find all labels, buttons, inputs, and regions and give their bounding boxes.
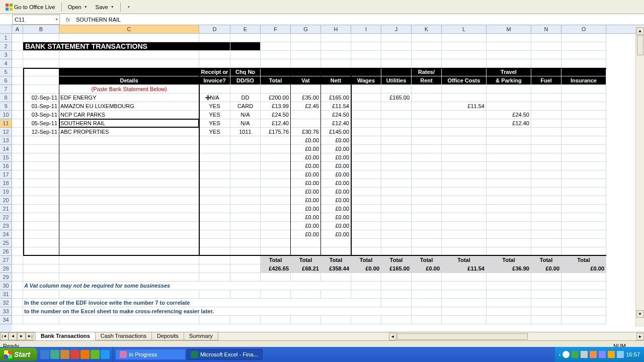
cell[interactable]: £0.00 [291, 136, 321, 145]
cell[interactable] [199, 51, 230, 59]
cell[interactable] [531, 85, 561, 94]
cell[interactable] [291, 68, 321, 76]
cell[interactable] [381, 128, 412, 136]
cell[interactable]: £0.00 [321, 136, 351, 145]
tray-arrow-icon[interactable]: ‹ [559, 351, 561, 357]
cell[interactable] [442, 179, 487, 188]
cell[interactable] [23, 162, 59, 170]
cell[interactable] [199, 196, 230, 205]
cell[interactable] [12, 119, 23, 128]
cell[interactable] [59, 51, 199, 59]
cell[interactable] [442, 230, 487, 239]
cell[interactable] [381, 153, 412, 162]
cell[interactable] [59, 59, 199, 68]
cell[interactable] [487, 290, 531, 299]
cell[interactable] [12, 239, 23, 247]
select-all-corner[interactable] [0, 25, 12, 34]
cell[interactable] [351, 153, 381, 162]
cell[interactable] [351, 136, 381, 145]
cell[interactable] [23, 273, 59, 282]
cell[interactable] [487, 42, 531, 51]
cell[interactable] [381, 188, 412, 196]
cell[interactable]: Vat [291, 76, 321, 85]
cell[interactable] [291, 51, 321, 59]
cell[interactable] [381, 205, 412, 213]
cell[interactable] [412, 188, 442, 196]
cell[interactable]: £0.00 [291, 145, 321, 153]
cell[interactable]: £0.00 [321, 170, 351, 179]
cell[interactable] [487, 51, 531, 59]
cell[interactable] [261, 222, 291, 230]
cell[interactable] [531, 119, 561, 128]
cell[interactable] [291, 316, 321, 324]
cell[interactable] [230, 179, 261, 188]
cell[interactable] [561, 128, 606, 136]
cell[interactable] [12, 316, 23, 324]
cell[interactable] [23, 85, 59, 94]
cell[interactable] [12, 34, 23, 42]
tray-icon[interactable] [617, 351, 624, 358]
cell[interactable] [59, 264, 199, 273]
row-header-15[interactable]: 15 [0, 153, 12, 162]
system-tray[interactable]: ‹ 16:57 [555, 347, 644, 362]
cell[interactable] [531, 51, 561, 59]
cell[interactable]: £68.21 [291, 264, 321, 273]
cell[interactable] [487, 230, 531, 239]
cell[interactable] [12, 213, 23, 222]
cell[interactable] [442, 239, 487, 247]
cell[interactable]: Wages [351, 76, 381, 85]
go-to-office-live-button[interactable]: Go to Office Live [2, 2, 59, 12]
cell[interactable] [261, 316, 291, 324]
cell[interactable] [59, 68, 199, 76]
cell[interactable] [442, 273, 487, 282]
row-header-23[interactable]: 23 [0, 222, 12, 230]
cell[interactable] [261, 273, 291, 282]
cell[interactable] [321, 68, 351, 76]
cell[interactable] [59, 170, 199, 179]
cell[interactable] [199, 205, 230, 213]
cell[interactable] [381, 196, 412, 205]
cell[interactable] [59, 136, 199, 145]
cell[interactable] [351, 128, 381, 136]
cell[interactable] [487, 34, 531, 42]
cell[interactable] [321, 290, 351, 299]
cell[interactable] [412, 42, 442, 51]
cell[interactable]: £0.00 [291, 230, 321, 239]
cell[interactable] [561, 179, 606, 188]
cell[interactable] [442, 68, 487, 76]
sheet-tab[interactable]: Bank Transactions [35, 332, 96, 340]
cell[interactable]: 02-Sep-11 [23, 94, 59, 102]
cell[interactable] [561, 162, 606, 170]
cell[interactable]: £0.00 [291, 162, 321, 170]
row-header-27[interactable]: 27 [0, 256, 12, 264]
ql-app-icon[interactable] [50, 350, 59, 359]
cell[interactable]: DD/SO [230, 76, 261, 85]
cell[interactable] [487, 196, 531, 205]
hscroll-thumb[interactable] [397, 333, 528, 340]
cell[interactable] [561, 188, 606, 196]
cell[interactable] [561, 102, 606, 111]
cell[interactable] [261, 205, 291, 213]
cell[interactable] [561, 34, 606, 42]
cell[interactable]: Total [531, 256, 561, 264]
cell[interactable] [531, 316, 561, 324]
row-header-31[interactable]: 31 [0, 290, 12, 299]
cell[interactable] [291, 42, 321, 51]
cell[interactable]: N/A [230, 111, 261, 119]
tray-clock[interactable]: 16:57 [626, 351, 640, 357]
cell[interactable] [487, 316, 531, 324]
row-header-2[interactable]: 2 [0, 42, 12, 51]
tray-icon[interactable] [608, 351, 615, 358]
cell[interactable] [12, 205, 23, 213]
cell[interactable] [487, 307, 531, 316]
cell[interactable] [12, 59, 23, 68]
cell[interactable] [199, 247, 230, 256]
cell[interactable] [442, 188, 487, 196]
cell[interactable] [561, 196, 606, 205]
row-header-28[interactable]: 28 [0, 264, 12, 273]
cell[interactable]: £11.54 [442, 102, 487, 111]
col-header-G[interactable]: G [291, 25, 321, 33]
cell[interactable] [561, 307, 606, 316]
cell[interactable] [59, 213, 199, 222]
cell[interactable] [561, 299, 606, 307]
